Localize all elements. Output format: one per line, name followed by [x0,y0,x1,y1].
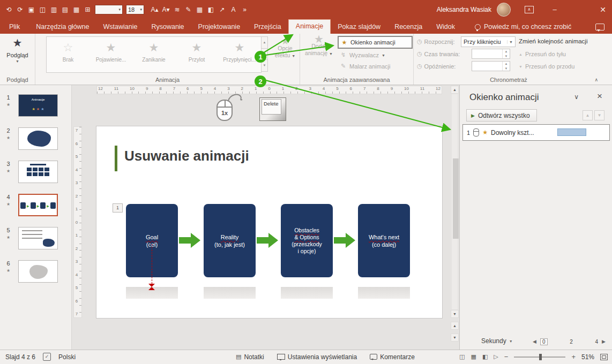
fit-to-window-icon[interactable] [600,354,608,360]
proofing-icon[interactable]: ✓ [43,353,51,361]
qat-icon[interactable]: A [228,6,239,13]
zoom-slider-thumb[interactable] [539,354,542,360]
tab-plik[interactable]: Plik [0,20,29,34]
comments-button[interactable]: Komentarze [370,353,415,361]
smartart-shape-reality[interactable]: Reality (to, jak jest) [204,204,256,277]
language-indicator[interactable]: Polski [58,353,76,361]
notes-button[interactable]: ▤Notatki [236,353,264,361]
qat-icon[interactable]: ↗ [217,6,228,13]
zoom-out-button[interactable]: − [504,353,509,361]
qat-icon[interactable]: ▦ [71,6,82,13]
gallery-more-button[interactable]: ▼ [261,60,268,72]
qat-icon[interactable]: ⟲ [3,6,14,13]
duration-spinner[interactable]: ▲▼ [472,49,510,59]
tab-rysowanie[interactable]: Rysowanie [144,20,191,34]
seconds-dropdown[interactable]: Sekundy ▼ [481,337,513,345]
gallery-scroll-down[interactable]: ▼ [261,49,268,60]
move-earlier-button[interactable]: ▲ Przesuń do tyłu [519,51,566,57]
qat-icon[interactable]: ▣ [26,6,37,13]
user-avatar[interactable] [497,3,511,17]
zoom-slider[interactable] [514,357,565,358]
slide-thumbnail-1[interactable]: 1★ Animacje ★★★ [0,94,72,120]
slide-thumbnail-3[interactable]: 3★ [0,161,72,186]
slide-title[interactable]: Usuwanie animacji [124,148,249,164]
previous-slide-button[interactable]: ▲ [451,322,459,330]
slide-sorter-view-icon[interactable]: ▦ [471,353,476,360]
delay-spinner[interactable]: ▲▼ [472,61,510,71]
scrollbar-track[interactable] [452,94,458,309]
gallery-scroll-up[interactable]: ▲ [261,36,268,49]
add-animation-button[interactable]: ★+ Dodaj animację ▼ [303,36,334,57]
qat-icon[interactable]: ◫ [37,6,48,13]
tab-przejscia[interactable]: Przejścia [247,20,288,34]
zoom-level[interactable]: 51% [581,353,594,361]
minimize-button[interactable]: – [546,0,564,19]
move-later-button[interactable]: ▼ Przesuń do przodu [519,63,574,70]
qat-icon[interactable]: ⊞ [82,6,93,13]
scrollbar-thumb[interactable] [453,158,459,239]
zoom-in-button[interactable]: + [571,353,576,361]
timeline-seconds-ruler[interactable]: 024 [540,337,598,346]
animation-list-item[interactable]: 1 ★ Dowolny kszt... [462,124,610,141]
trigger-button[interactable]: ↯ Wyzwalacz ▼ [338,49,413,60]
qat-icon[interactable]: ◧ [205,6,217,13]
gallery-item-fade[interactable]: ★Zanikanie [132,37,175,72]
ribbon-display-options-icon[interactable]: ∧ [525,6,534,13]
gallery-item-fly-in[interactable]: ★Przylot [175,37,218,72]
gallery-item-appear[interactable]: ★Pojawienie... [89,37,132,72]
next-slide-button[interactable]: ▼ [451,333,459,342]
reading-view-icon[interactable]: ◧ [482,353,488,360]
close-pane-icon[interactable]: × [597,91,602,102]
qat-font-size-combo[interactable]: 18▾ [126,5,144,14]
qat-icon[interactable]: ≋ [171,6,183,13]
tab-animacje[interactable]: Animacje [288,19,331,34]
play-all-button[interactable]: ▶ Odtwórz wszystko [466,109,537,122]
timeline-scroll-right-icon[interactable]: ▶ [602,339,606,344]
scroll-down-button[interactable]: ▼ [451,310,459,318]
tab-recenzja[interactable]: Recenzja [387,20,429,34]
qat-icon[interactable]: » [239,6,250,13]
user-name[interactable]: Aleksandra Wasiak [437,6,491,13]
close-button[interactable]: ✕ [594,0,612,19]
animation-sequence-badge[interactable]: 1 [113,203,123,213]
tab-wstawianie[interactable]: Wstawianie [96,20,145,34]
slide-thumbnail-5[interactable]: 5★ [0,227,72,253]
timeline-scroll-left-icon[interactable]: ◀ [533,339,536,344]
slide-thumbnail-2[interactable]: 2★ [0,127,72,153]
horizontal-ruler[interactable]: 1211109876543210123456789101112 [96,86,442,94]
qat-icon[interactable]: A▴ [149,6,160,13]
qat-icon[interactable]: A▾ [160,6,171,13]
start-dropdown[interactable]: Przy kliknięciu ▼ [461,36,516,47]
animation-timeline-bar[interactable] [557,128,586,136]
qat-icon[interactable]: ▦ [194,6,205,13]
tell-me-box[interactable]: Powiedz mi, co chcesz zrobić [475,20,571,34]
move-animation-up-button[interactable]: ▲ [583,110,593,120]
qat-font-combo[interactable]: ▾ [95,5,123,14]
effect-options-button[interactable]: ★ Opcje efektu ▼ [271,36,299,72]
slideshow-view-icon[interactable]: ▷ [494,353,498,360]
collapse-ribbon-icon[interactable]: ∧ [594,77,598,82]
tab-widok[interactable]: Widok [429,20,462,34]
spinner-arrows[interactable]: ▲▼ [502,49,510,58]
qat-icon[interactable]: ⟳ [14,6,26,13]
spinner-arrows[interactable]: ▲▼ [502,62,510,71]
qat-icon[interactable]: ▤ [59,6,71,13]
preview-button[interactable]: ★ Podgląd ▼ [0,37,35,63]
vertical-scrollbar[interactable]: ▲ ▼ ▲ ▼ [451,86,459,349]
slide-canvas[interactable]: Usuwanie animacji 1 Goal (cel) Reality (… [96,126,442,318]
tab-narzedzia-glowne[interactable]: Narzędzia główne [29,20,96,34]
chevron-down-icon[interactable]: ∨ [574,93,579,101]
tab-projektowanie[interactable]: Projektowanie [191,20,248,34]
slide-thumbnail-4-selected[interactable]: 4★ ▶▶▶ [0,194,72,219]
tab-pokaz-slajdow[interactable]: Pokaz slajdów [331,20,387,34]
animation-painter-button[interactable]: ✎ Malarz animacji [338,60,413,72]
vertical-ruler[interactable]: 765432101234567 [73,126,82,318]
scroll-up-button[interactable]: ▲ [451,86,459,94]
move-animation-down-button[interactable]: ▼ [594,110,604,120]
gallery-item-none[interactable]: ☆Brak [47,37,89,72]
gallery-item-float-in[interactable]: ★Przypłynięci... [218,37,261,72]
animation-pane-button[interactable]: ★ Okienko animacji [338,36,413,49]
smartart-shape-whats-next[interactable]: What's next (co dalej) [358,204,410,277]
qat-icon[interactable]: ✎ [183,6,194,13]
display-settings-button[interactable]: Ustawienia wyświetlania [277,353,357,361]
